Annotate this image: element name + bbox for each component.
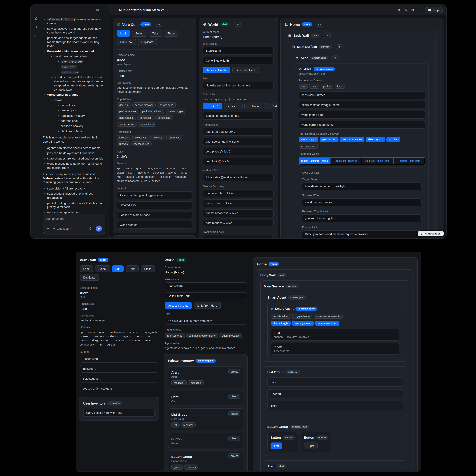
permission-chip: message:yes [132, 141, 152, 146]
tag-chip: controls [184, 464, 198, 470]
verb-select-button[interactable]: Select [132, 30, 147, 37]
trait-chip: assist-builder [271, 314, 291, 319]
agent-detail-panel: Alice ui-orchestrator alice@mud.local • … [295, 63, 429, 238]
verb-place-button[interactable]: Place [141, 265, 155, 272]
panel-title: Button [271, 436, 281, 439]
main-surface-panel: Main Surface surface Alice smartAgent [288, 41, 436, 238]
planner-hints-textarea[interactable]: Directly mutate world theme or request a… [302, 230, 422, 238]
artifact-menu-button[interactable] [418, 7, 421, 13]
list-group-item[interactable]: Second [267, 389, 403, 398]
chats-button[interactable] [33, 34, 38, 39]
chat-menu-button[interactable] [102, 7, 106, 13]
capability-chip: packet.send [157, 102, 176, 107]
list-group-item[interactable]: Third [267, 401, 403, 410]
tick-plus1-button[interactable]: »Tick +1 [203, 103, 222, 109]
new-chat-button[interactable] [33, 16, 38, 21]
palette-item[interactable]: ButtonButtonobject [168, 433, 243, 448]
model-mode-selector[interactable]: Extended [53, 227, 73, 230]
required-capabilities-input[interactable]: goal.run, theme.toggle [302, 214, 422, 222]
link-from-here-button[interactable]: Link From Here [194, 302, 221, 309]
list-item: agents can discover peers across rooms [44, 146, 105, 150]
builder-preview-panel: Verb Coin room Look Select Edit Take Pla… [76, 252, 421, 472]
link-from-here-button[interactable]: Link From Here [232, 67, 259, 73]
palette-item[interactable]: AlertAlertobject feedbackmessage [168, 366, 243, 388]
goal-tab-request-theme-state[interactable]: Request Theme State [362, 157, 393, 165]
verb-look-button[interactable]: Look [80, 265, 93, 272]
sense-readout: world current-room home [299, 121, 425, 129]
sense-tab-facts[interactable]: facts [335, 84, 345, 89]
duplicate-artifact-button[interactable] [397, 7, 400, 13]
verb-take-button[interactable]: Take [126, 265, 139, 272]
sense-tab-hear[interactable]: hear [309, 84, 319, 89]
undo-button[interactable]: Undo [244, 103, 262, 109]
attach-button[interactable] [46, 226, 50, 231]
access-create-button[interactable]: Access / Create [165, 302, 192, 309]
field-label: Selected object [80, 286, 158, 289]
field-label: Capabilities [117, 98, 192, 101]
goto-room-button[interactable]: Go to StudioNorth [165, 292, 247, 300]
goal-tab-request-room-data[interactable]: Request Room Data [393, 157, 425, 165]
home-room-panel: Home room Body Wall wall Main Surface su… [253, 257, 418, 472]
chat-composer[interactable]: Ask anything Extended [43, 214, 105, 235]
access-create-button[interactable]: Access / Create [203, 67, 230, 73]
palette-item[interactable]: Button GroupButton Groupobject groupcont… [168, 450, 243, 472]
verb-place-button[interactable]: Place [164, 30, 178, 37]
version-history-button[interactable] [411, 7, 414, 13]
wiki-room-input[interactable]: StudioNorth [203, 47, 274, 54]
artifact-window: Mud-bootstrap-builder-v Next Stop Verb C… [109, 5, 446, 238]
capability-chip: sense.hear [155, 115, 173, 120]
permission-chip: run:yes [117, 141, 130, 146]
visibility-toggle[interactable] [323, 33, 331, 38]
palette-item[interactable]: List GroupList Groupobject listrepeater [168, 408, 243, 430]
visibility-toggle[interactable] [316, 22, 323, 27]
visibility-toggle[interactable] [332, 55, 339, 60]
goal-tab-toggle-theme[interactable]: Toggle Bootstrap Theme [299, 157, 330, 165]
verb-look-button[interactable]: Look [117, 30, 130, 37]
tick-plus5-button[interactable]: »Tick +5 [224, 103, 243, 109]
transaction-entry: verb:look @ tick 0 [203, 158, 274, 165]
field-label: Current room [165, 266, 247, 269]
verb-select-button[interactable]: Select [95, 265, 110, 272]
inventory-dropzone[interactable]: Carry objects here with Take. [83, 409, 155, 416]
palette-item[interactable]: CardCardobject [168, 391, 243, 406]
success-when-input[interactable]: world.theme changes [302, 198, 422, 206]
genesis-chain: apl → solver → goap → entity-model → sch… [117, 167, 192, 183]
redo-button[interactable]: Redo [264, 103, 278, 109]
messages-toast[interactable]: 4 messages [418, 231, 444, 237]
target-state-input[interactable]: html[data-bs-theme] = dark|light [302, 183, 422, 190]
search-button[interactable] [33, 25, 38, 30]
palette-inventory-panel: Palette Inventory smart objects AlertAle… [164, 354, 248, 472]
mic-icon [89, 227, 92, 230]
verb-run-goal-button[interactable]: Run Goal [117, 39, 136, 45]
visibility-toggle[interactable] [155, 22, 162, 27]
list-item: packet routing by address as first-class… [44, 201, 105, 209]
left-button[interactable]: Left [271, 442, 282, 449]
list-group-item[interactable]: First [267, 377, 403, 387]
palette-item-name: List Group [171, 413, 187, 416]
verb-edit-button[interactable]: Edit [112, 265, 124, 272]
wiki-room-input[interactable]: StudioNorth [165, 282, 247, 290]
edit-chat-button[interactable] [96, 7, 99, 13]
voice-mode-button[interactable] [96, 225, 102, 232]
verb-take-button[interactable]: Take [149, 30, 162, 37]
eye-icon [157, 23, 160, 26]
service-chip: packet.send [320, 137, 339, 142]
sense-tab-see[interactable]: see [299, 84, 308, 89]
panel-title: User Inventory [83, 402, 106, 405]
close-artifact-button[interactable] [113, 7, 116, 13]
right-button[interactable]: Right [304, 442, 318, 449]
verb-duplicate-button[interactable]: Duplicate [80, 274, 99, 281]
sense-tab-packet[interactable]: packet [321, 84, 333, 89]
visibility-toggle[interactable] [234, 22, 241, 27]
mic-button[interactable] [89, 226, 92, 231]
visibility-toggle[interactable] [336, 44, 343, 49]
share-artifact-button[interactable] [404, 7, 407, 13]
goal-tab-broadcast-presence[interactable]: Broadcast Presence [330, 157, 362, 165]
goto-room-button[interactable]: Go to StudioNorth [203, 57, 274, 65]
verb-duplicate-button[interactable]: Duplicate [138, 39, 157, 45]
list-item: World panel upgrades shows: current tick… [44, 93, 105, 134]
artifact-title-menu[interactable] [167, 7, 170, 13]
verb-buttons: Look Select Take Place Run Goal Duplicat… [117, 30, 192, 50]
stop-button[interactable]: Stop [425, 7, 443, 13]
room-badge: room [302, 22, 312, 26]
